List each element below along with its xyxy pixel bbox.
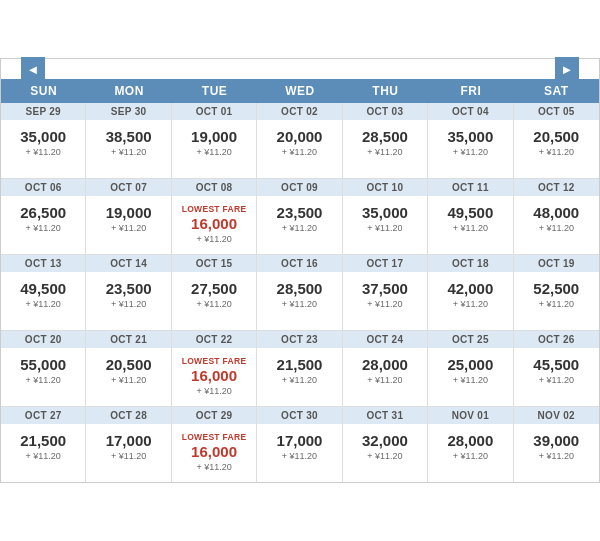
date-label: OCT 30 xyxy=(257,407,341,424)
prev-button[interactable]: ◄ xyxy=(21,57,45,81)
date-label: OCT 18 xyxy=(428,255,512,272)
date-cell[interactable]: OCT 1149,500+ ¥11.20 xyxy=(428,179,513,254)
fare-tax: + ¥11.20 xyxy=(26,299,61,309)
date-cell[interactable]: OCT 0520,500+ ¥11.20 xyxy=(514,103,599,178)
date-label: OCT 01 xyxy=(172,103,256,120)
fare-tax: + ¥11.20 xyxy=(196,234,231,244)
date-cell[interactable]: NOV 0239,000+ ¥11.20 xyxy=(514,407,599,482)
lowest-fare-label: LOWEST FARE xyxy=(182,356,247,366)
date-cell[interactable]: OCT 3132,000+ ¥11.20 xyxy=(343,407,428,482)
fare-tax: + ¥11.20 xyxy=(26,223,61,233)
next-button[interactable]: ► xyxy=(555,57,579,81)
date-cell[interactable]: OCT 1842,000+ ¥11.20 xyxy=(428,255,513,330)
date-cell[interactable]: OCT 2721,500+ ¥11.20 xyxy=(1,407,86,482)
date-cell[interactable]: OCT 2055,000+ ¥11.20 xyxy=(1,331,86,406)
date-cell[interactable]: OCT 2120,500+ ¥11.20 xyxy=(86,331,171,406)
fare-area: LOWEST FARE16,000+ ¥11.20 xyxy=(172,348,256,400)
fare-amount: 42,000 xyxy=(447,280,493,297)
fare-amount: 20,500 xyxy=(533,128,579,145)
fare-tax: + ¥11.20 xyxy=(111,147,146,157)
calendar-wrapper: ◄ ► SUNMONTUEWEDTHUFRISAT SEP 2935,000+ … xyxy=(0,58,600,483)
fare-amount: 49,500 xyxy=(20,280,66,297)
fare-tax: + ¥11.20 xyxy=(111,451,146,461)
fare-amount: 21,500 xyxy=(20,432,66,449)
date-cell[interactable]: OCT 0220,000+ ¥11.20 xyxy=(257,103,342,178)
date-label: OCT 16 xyxy=(257,255,341,272)
date-cell[interactable]: SEP 3038,500+ ¥11.20 xyxy=(86,103,171,178)
date-cell[interactable]: OCT 0435,000+ ¥11.20 xyxy=(428,103,513,178)
date-label: OCT 06 xyxy=(1,179,85,196)
fare-area: 48,000+ ¥11.20 xyxy=(514,196,599,237)
fare-tax: + ¥11.20 xyxy=(453,375,488,385)
date-cell[interactable]: OCT 29LOWEST FARE16,000+ ¥11.20 xyxy=(172,407,257,482)
fare-area: 28,000+ ¥11.20 xyxy=(428,424,512,465)
lowest-fare-label: LOWEST FARE xyxy=(182,432,247,442)
date-cell[interactable]: OCT 0328,500+ ¥11.20 xyxy=(343,103,428,178)
fare-tax: + ¥11.20 xyxy=(367,375,402,385)
date-cell[interactable]: NOV 0128,000+ ¥11.20 xyxy=(428,407,513,482)
date-cell[interactable]: OCT 1423,500+ ¥11.20 xyxy=(86,255,171,330)
date-label: OCT 14 xyxy=(86,255,170,272)
fare-area: 17,000+ ¥11.20 xyxy=(257,424,341,465)
fare-amount: 38,500 xyxy=(106,128,152,145)
date-cell[interactable]: OCT 0626,500+ ¥11.20 xyxy=(1,179,86,254)
date-label: NOV 02 xyxy=(514,407,599,424)
date-cell[interactable]: OCT 2817,000+ ¥11.20 xyxy=(86,407,171,482)
fare-area: 27,500+ ¥11.20 xyxy=(172,272,256,313)
fare-area: 32,000+ ¥11.20 xyxy=(343,424,427,465)
fare-amount: 52,500 xyxy=(533,280,579,297)
date-cell[interactable]: OCT 1349,500+ ¥11.20 xyxy=(1,255,86,330)
date-cell[interactable]: OCT 1527,500+ ¥11.20 xyxy=(172,255,257,330)
fare-amount: 23,500 xyxy=(277,204,323,221)
date-label: OCT 15 xyxy=(172,255,256,272)
date-cell[interactable]: OCT 0923,500+ ¥11.20 xyxy=(257,179,342,254)
fare-amount: 45,500 xyxy=(533,356,579,373)
fare-area: 39,000+ ¥11.20 xyxy=(514,424,599,465)
date-label: SEP 29 xyxy=(1,103,85,120)
fare-tax: + ¥11.20 xyxy=(453,299,488,309)
fare-amount: 49,500 xyxy=(447,204,493,221)
fare-amount: 35,000 xyxy=(362,204,408,221)
date-cell[interactable]: OCT 1628,500+ ¥11.20 xyxy=(257,255,342,330)
fare-area: 37,500+ ¥11.20 xyxy=(343,272,427,313)
fare-amount: 32,000 xyxy=(362,432,408,449)
date-cell[interactable]: OCT 2645,500+ ¥11.20 xyxy=(514,331,599,406)
date-cell[interactable]: OCT 1952,500+ ¥11.20 xyxy=(514,255,599,330)
fare-area: 28,500+ ¥11.20 xyxy=(257,272,341,313)
date-cell[interactable]: OCT 1035,000+ ¥11.20 xyxy=(343,179,428,254)
fare-amount: 19,000 xyxy=(106,204,152,221)
date-cell[interactable]: OCT 2428,000+ ¥11.20 xyxy=(343,331,428,406)
date-label: OCT 27 xyxy=(1,407,85,424)
date-cell[interactable]: OCT 0719,000+ ¥11.20 xyxy=(86,179,171,254)
fare-amount: 35,000 xyxy=(447,128,493,145)
fare-area: 28,500+ ¥11.20 xyxy=(343,120,427,161)
fare-area: 21,500+ ¥11.20 xyxy=(1,424,85,465)
date-cell[interactable]: OCT 2525,000+ ¥11.20 xyxy=(428,331,513,406)
fare-tax: + ¥11.20 xyxy=(26,147,61,157)
day-header-wed: WED xyxy=(257,79,342,103)
date-cell[interactable]: SEP 2935,000+ ¥11.20 xyxy=(1,103,86,178)
fare-amount: 19,000 xyxy=(191,128,237,145)
date-cell[interactable]: OCT 0119,000+ ¥11.20 xyxy=(172,103,257,178)
fare-tax: + ¥11.20 xyxy=(367,147,402,157)
week-row-1: OCT 0626,500+ ¥11.20OCT 0719,000+ ¥11.20… xyxy=(1,179,599,255)
week-row-2: OCT 1349,500+ ¥11.20OCT 1423,500+ ¥11.20… xyxy=(1,255,599,331)
fare-area: 28,000+ ¥11.20 xyxy=(343,348,427,389)
fare-tax: + ¥11.20 xyxy=(196,299,231,309)
date-label: OCT 28 xyxy=(86,407,170,424)
date-cell[interactable]: OCT 2321,500+ ¥11.20 xyxy=(257,331,342,406)
fare-tax: + ¥11.20 xyxy=(282,147,317,157)
fare-area: 45,500+ ¥11.20 xyxy=(514,348,599,389)
date-cell[interactable]: OCT 1737,500+ ¥11.20 xyxy=(343,255,428,330)
day-headers: SUNMONTUEWEDTHUFRISAT xyxy=(1,79,599,103)
calendar-grid: SEP 2935,000+ ¥11.20SEP 3038,500+ ¥11.20… xyxy=(1,103,599,482)
date-cell[interactable]: OCT 22LOWEST FARE16,000+ ¥11.20 xyxy=(172,331,257,406)
date-label: OCT 09 xyxy=(257,179,341,196)
date-label: OCT 07 xyxy=(86,179,170,196)
date-label: NOV 01 xyxy=(428,407,512,424)
date-cell[interactable]: OCT 3017,000+ ¥11.20 xyxy=(257,407,342,482)
fare-area: 23,500+ ¥11.20 xyxy=(86,272,170,313)
fare-tax: + ¥11.20 xyxy=(539,451,574,461)
date-cell[interactable]: OCT 1248,000+ ¥11.20 xyxy=(514,179,599,254)
date-cell[interactable]: OCT 08LOWEST FARE16,000+ ¥11.20 xyxy=(172,179,257,254)
